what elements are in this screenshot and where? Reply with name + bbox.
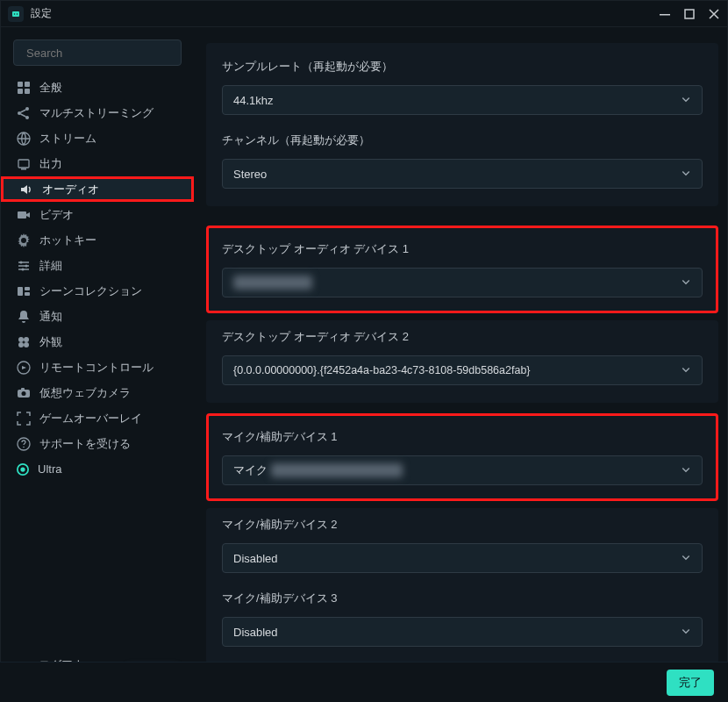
sample-rate-select[interactable]: 44.1khz bbox=[222, 85, 703, 115]
svg-rect-5 bbox=[18, 82, 23, 87]
svg-rect-3 bbox=[660, 14, 670, 16]
chevron-down-icon bbox=[681, 168, 691, 181]
grid-icon bbox=[17, 81, 31, 95]
desktop-audio-2-select[interactable]: {0.0.0.00000000}.{f2452a4a-ba23-4c73-810… bbox=[222, 355, 703, 385]
sidebar-item-scene-collection[interactable]: シーンコレクション bbox=[1, 278, 194, 304]
panel-desktop-audio-2: デスクトップ オーディオ デバイス 2 {0.0.0.00000000}.{f2… bbox=[206, 320, 718, 403]
sidebar-item-appearance[interactable]: 外観 bbox=[1, 329, 194, 355]
select-value-blurred bbox=[233, 276, 312, 290]
search-input[interactable] bbox=[13, 39, 182, 66]
sidebar-item-label: ゲームオーバーレイ bbox=[39, 411, 142, 426]
chevron-down-icon bbox=[681, 464, 691, 477]
svg-rect-15 bbox=[18, 211, 26, 218]
svg-rect-8 bbox=[25, 89, 30, 94]
mic-2-label: マイク/補助デバイス 2 bbox=[222, 517, 703, 533]
channels-label: チャンネル（再起動が必要） bbox=[222, 133, 703, 148]
sidebar-item-label: ストリーム bbox=[39, 131, 96, 147]
sidebar-item-label: ホットキー bbox=[39, 233, 96, 248]
sidebar-item-label: 外観 bbox=[39, 334, 62, 350]
sidebar: 全般 マルチストリーミング ストリーム 出力 オーディオ ビデオ ホットキー 詳… bbox=[1, 27, 194, 701]
titlebar: 設定 bbox=[1, 1, 727, 27]
mic-1-select[interactable]: マイク bbox=[222, 455, 703, 485]
svg-point-18 bbox=[22, 268, 25, 270]
sidebar-item-general[interactable]: 全般 bbox=[1, 75, 194, 100]
chevron-down-icon bbox=[681, 552, 691, 565]
select-value: Disabled bbox=[233, 552, 278, 565]
svg-rect-29 bbox=[21, 388, 25, 390]
sidebar-item-remote[interactable]: リモートコントロール bbox=[1, 355, 194, 380]
desktop-audio-1-select[interactable] bbox=[222, 268, 703, 297]
panel-mic-2-3: マイク/補助デバイス 2 Disabled マイク/補助デバイス 3 Disab… bbox=[206, 508, 718, 664]
select-value-prefix: マイク bbox=[233, 462, 268, 478]
output-icon bbox=[17, 157, 31, 171]
svg-point-2 bbox=[17, 13, 18, 15]
select-value-blurred bbox=[271, 463, 403, 477]
svg-point-22 bbox=[18, 337, 24, 342]
sidebar-item-label: 仮想ウェブカメラ bbox=[39, 385, 131, 401]
expand-icon bbox=[17, 412, 31, 426]
svg-point-31 bbox=[23, 446, 25, 448]
chevron-down-icon bbox=[681, 626, 691, 639]
video-icon bbox=[17, 208, 31, 222]
sidebar-item-label: 出力 bbox=[39, 156, 62, 172]
select-value: {0.0.0.00000000}.{f2452a4a-ba23-4c73-810… bbox=[233, 364, 531, 376]
svg-point-28 bbox=[22, 391, 26, 396]
bottom-bar: 完了 bbox=[0, 662, 728, 702]
svg-rect-7 bbox=[18, 89, 23, 94]
svg-rect-14 bbox=[21, 168, 26, 170]
svg-point-17 bbox=[25, 264, 28, 267]
channels-select[interactable]: Stereo bbox=[222, 159, 703, 189]
chevron-down-icon bbox=[681, 364, 691, 377]
sidebar-item-label: 詳細 bbox=[39, 258, 62, 274]
window-title: 設定 bbox=[31, 6, 52, 21]
svg-point-1 bbox=[14, 13, 16, 15]
sidebar-item-label: サポートを受ける bbox=[39, 436, 131, 452]
sidebar-item-virtualcam[interactable]: 仮想ウェブカメラ bbox=[1, 380, 194, 405]
svg-rect-20 bbox=[25, 287, 30, 290]
chevron-down-icon bbox=[681, 94, 691, 107]
volume-icon bbox=[19, 183, 33, 197]
sidebar-item-audio[interactable]: オーディオ bbox=[1, 176, 194, 202]
camera-icon bbox=[17, 386, 31, 400]
sidebar-item-advanced[interactable]: 詳細 bbox=[1, 253, 194, 278]
sidebar-item-notifications[interactable]: 通知 bbox=[1, 304, 194, 329]
svg-point-23 bbox=[24, 337, 29, 342]
sidebar-item-label: マルチストリーミング bbox=[39, 105, 153, 121]
close-button[interactable] bbox=[708, 8, 720, 20]
sidebar-item-label: Ultra bbox=[38, 462, 61, 476]
mic-3-select[interactable]: Disabled bbox=[222, 617, 703, 647]
sidebar-item-ultra[interactable]: Ultra bbox=[1, 456, 194, 482]
maximize-button[interactable] bbox=[683, 8, 696, 20]
minimize-button[interactable] bbox=[659, 8, 671, 20]
panel-general-audio: サンプルレート（再起動が必要） 44.1khz チャンネル（再起動が必要） St… bbox=[206, 43, 718, 206]
share-icon bbox=[17, 106, 31, 120]
ultra-icon bbox=[17, 463, 29, 476]
sidebar-item-multistream[interactable]: マルチストリーミング bbox=[1, 100, 194, 125]
search-field[interactable] bbox=[26, 47, 174, 60]
panel-desktop-audio-1: デスクトップ オーディオ デバイス 1 bbox=[206, 226, 718, 313]
svg-rect-4 bbox=[685, 10, 694, 18]
sidebar-item-overlay[interactable]: ゲームオーバーレイ bbox=[1, 405, 194, 431]
done-button[interactable]: 完了 bbox=[667, 670, 714, 696]
sidebar-item-label: リモートコントロール bbox=[39, 360, 153, 376]
sidebar-item-label: オーディオ bbox=[42, 182, 99, 197]
svg-rect-6 bbox=[25, 82, 30, 87]
sidebar-item-label: ビデオ bbox=[39, 207, 74, 223]
sidebar-item-label: 全般 bbox=[39, 80, 62, 96]
sidebar-item-hotkeys[interactable]: ホットキー bbox=[1, 227, 194, 253]
sidebar-item-video[interactable]: ビデオ bbox=[1, 202, 194, 227]
panel-mic-1: マイク/補助デバイス 1 マイク bbox=[206, 413, 718, 501]
svg-rect-21 bbox=[25, 292, 30, 296]
globe-icon bbox=[17, 132, 31, 146]
main-content: サンプルレート（再起動が必要） 44.1khz チャンネル（再起動が必要） St… bbox=[194, 27, 727, 701]
desktop-audio-2-label: デスクトップ オーディオ デバイス 2 bbox=[222, 329, 703, 345]
sidebar-item-support[interactable]: サポートを受ける bbox=[1, 431, 194, 456]
sidebar-item-label: シーンコレクション bbox=[39, 283, 142, 299]
appearance-icon bbox=[17, 335, 31, 349]
mic-2-select[interactable]: Disabled bbox=[222, 543, 703, 573]
collection-icon bbox=[17, 284, 31, 298]
sidebar-item-output[interactable]: 出力 bbox=[1, 151, 194, 176]
mic-1-label: マイク/補助デバイス 1 bbox=[222, 429, 703, 445]
sidebar-item-stream[interactable]: ストリーム bbox=[1, 125, 194, 151]
sample-rate-label: サンプルレート（再起動が必要） bbox=[222, 59, 703, 75]
